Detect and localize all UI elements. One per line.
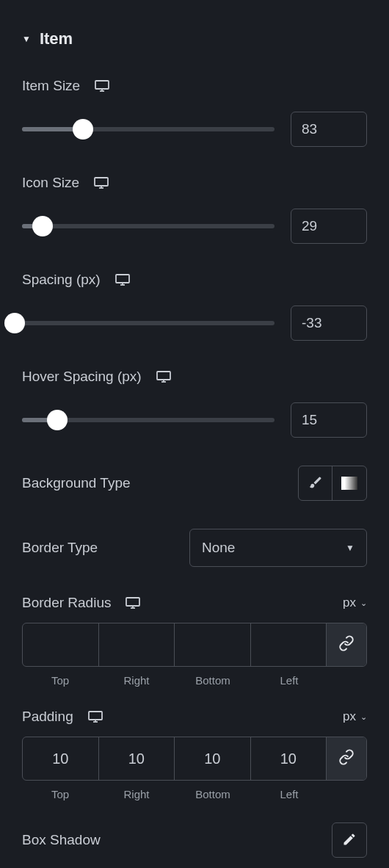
border-radius-left-input[interactable]	[251, 623, 327, 666]
border-radius-label: Border Radius	[22, 595, 111, 611]
side-label-right: Right	[98, 674, 175, 687]
item-size-slider[interactable]	[22, 120, 275, 138]
padding-right-input[interactable]	[99, 737, 175, 780]
slider-thumb[interactable]	[73, 119, 93, 140]
box-shadow-row: Box Shadow	[22, 822, 367, 858]
side-label-bottom: Bottom	[175, 674, 251, 687]
background-type-toggle	[298, 466, 367, 501]
spacing-label: Spacing (px)	[22, 272, 101, 288]
item-size-input[interactable]	[291, 112, 367, 147]
border-type-select[interactable]: None ▼	[189, 529, 367, 567]
responsive-icon[interactable]	[156, 371, 171, 383]
svg-rect-0	[95, 81, 109, 89]
icon-size-label: Icon Size	[22, 175, 79, 191]
pencil-icon	[342, 832, 357, 849]
chevron-down-icon: ⌄	[360, 598, 367, 608]
item-size-label: Item Size	[22, 78, 80, 94]
link-icon	[338, 635, 355, 654]
section-header[interactable]: ▼ Item	[22, 29, 367, 48]
bg-classic-button[interactable]	[299, 466, 332, 500]
border-type-label: Border Type	[22, 540, 98, 556]
border-radius-top-input[interactable]	[23, 623, 98, 666]
svg-rect-9	[157, 372, 170, 380]
icon-size-control: Icon Size	[22, 175, 367, 244]
item-size-control: Item Size	[22, 78, 367, 147]
background-type-label: Background Type	[22, 475, 131, 491]
border-type-value: None	[202, 540, 235, 556]
responsive-icon[interactable]	[88, 711, 103, 723]
svg-rect-3	[95, 178, 108, 186]
hover-spacing-control: Hover Spacing (px)	[22, 369, 367, 438]
padding-bottom-input[interactable]	[175, 737, 250, 780]
icon-size-slider[interactable]	[22, 217, 275, 235]
padding-unit-select[interactable]: px ⌄	[343, 709, 367, 724]
side-label-top: Top	[22, 674, 98, 687]
section-title: Item	[40, 29, 73, 48]
side-label-right: Right	[98, 788, 175, 800]
hover-spacing-input[interactable]	[291, 402, 367, 438]
slider-thumb[interactable]	[4, 313, 25, 333]
border-radius-bottom-input[interactable]	[175, 623, 250, 666]
link-icon	[338, 749, 355, 768]
border-radius-unit-select[interactable]: px ⌄	[343, 596, 367, 610]
border-radius-control: Border Radius px ⌄ Top Right	[22, 595, 367, 687]
responsive-icon[interactable]	[95, 80, 109, 92]
caret-down-icon: ▼	[346, 543, 355, 553]
spacing-slider[interactable]	[15, 314, 275, 332]
border-radius-link-toggle[interactable]	[327, 623, 366, 666]
responsive-icon[interactable]	[115, 274, 130, 286]
spacing-input[interactable]	[291, 305, 367, 341]
padding-top-input[interactable]	[23, 737, 98, 780]
padding-left-input[interactable]	[251, 737, 327, 780]
side-label-left: Left	[251, 674, 327, 687]
caret-down-icon: ▼	[22, 34, 31, 44]
hover-spacing-slider[interactable]	[22, 411, 275, 429]
chevron-down-icon: ⌄	[360, 712, 367, 722]
responsive-icon[interactable]	[126, 597, 140, 609]
bg-gradient-button[interactable]	[332, 466, 366, 500]
side-label-top: Top	[22, 788, 98, 800]
padding-link-toggle[interactable]	[327, 737, 366, 780]
svg-rect-12	[126, 598, 139, 606]
padding-control: Padding px ⌄ Top Right Bo	[22, 709, 367, 800]
hover-spacing-label: Hover Spacing (px)	[22, 369, 142, 385]
padding-label: Padding	[22, 709, 73, 725]
border-radius-right-input[interactable]	[99, 623, 175, 666]
box-shadow-label: Box Shadow	[22, 832, 101, 848]
slider-thumb[interactable]	[47, 410, 68, 430]
box-shadow-edit-button[interactable]	[332, 822, 367, 858]
svg-rect-15	[89, 712, 102, 720]
icon-size-input[interactable]	[291, 209, 367, 244]
brush-icon	[308, 475, 323, 492]
spacing-control: Spacing (px)	[22, 272, 367, 341]
gradient-icon	[341, 477, 357, 490]
slider-thumb[interactable]	[32, 216, 53, 236]
side-label-bottom: Bottom	[175, 788, 251, 800]
background-type-row: Background Type	[22, 466, 367, 501]
svg-rect-6	[116, 275, 129, 283]
side-label-left: Left	[251, 788, 327, 800]
border-type-row: Border Type None ▼	[22, 529, 367, 567]
responsive-icon[interactable]	[94, 177, 109, 189]
